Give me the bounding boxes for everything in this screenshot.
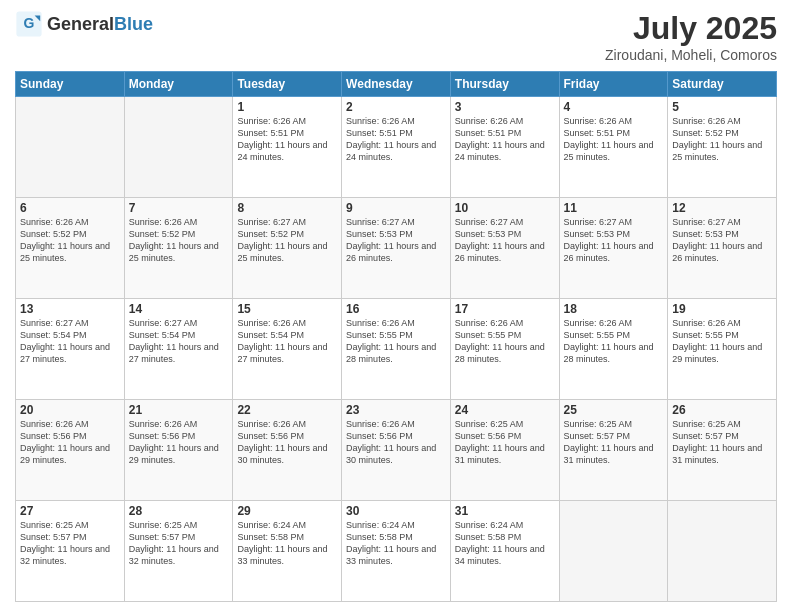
logo: G GeneralBlue xyxy=(15,10,153,38)
table-row: 13Sunrise: 6:27 AM Sunset: 5:54 PM Dayli… xyxy=(16,299,125,400)
table-row: 8Sunrise: 6:27 AM Sunset: 5:52 PM Daylig… xyxy=(233,198,342,299)
logo-text: GeneralBlue xyxy=(47,14,153,35)
table-row xyxy=(124,97,233,198)
day-number: 1 xyxy=(237,100,337,114)
table-row: 17Sunrise: 6:26 AM Sunset: 5:55 PM Dayli… xyxy=(450,299,559,400)
day-number: 18 xyxy=(564,302,664,316)
table-row: 5Sunrise: 6:26 AM Sunset: 5:52 PM Daylig… xyxy=(668,97,777,198)
col-tuesday: Tuesday xyxy=(233,72,342,97)
day-info: Sunrise: 6:26 AM Sunset: 5:51 PM Dayligh… xyxy=(346,115,446,164)
table-row: 3Sunrise: 6:26 AM Sunset: 5:51 PM Daylig… xyxy=(450,97,559,198)
day-info: Sunrise: 6:26 AM Sunset: 5:55 PM Dayligh… xyxy=(455,317,555,366)
day-info: Sunrise: 6:26 AM Sunset: 5:55 PM Dayligh… xyxy=(346,317,446,366)
header: G GeneralBlue July 2025 Ziroudani, Mohel… xyxy=(15,10,777,63)
logo-icon: G xyxy=(15,10,43,38)
table-row: 22Sunrise: 6:26 AM Sunset: 5:56 PM Dayli… xyxy=(233,400,342,501)
day-number: 17 xyxy=(455,302,555,316)
day-info: Sunrise: 6:26 AM Sunset: 5:56 PM Dayligh… xyxy=(20,418,120,467)
day-number: 28 xyxy=(129,504,229,518)
table-row: 16Sunrise: 6:26 AM Sunset: 5:55 PM Dayli… xyxy=(342,299,451,400)
table-row: 2Sunrise: 6:26 AM Sunset: 5:51 PM Daylig… xyxy=(342,97,451,198)
table-row: 12Sunrise: 6:27 AM Sunset: 5:53 PM Dayli… xyxy=(668,198,777,299)
logo-blue: Blue xyxy=(114,14,153,34)
day-number: 15 xyxy=(237,302,337,316)
table-row: 19Sunrise: 6:26 AM Sunset: 5:55 PM Dayli… xyxy=(668,299,777,400)
day-info: Sunrise: 6:26 AM Sunset: 5:52 PM Dayligh… xyxy=(129,216,229,265)
day-info: Sunrise: 6:26 AM Sunset: 5:54 PM Dayligh… xyxy=(237,317,337,366)
day-number: 16 xyxy=(346,302,446,316)
table-row: 26Sunrise: 6:25 AM Sunset: 5:57 PM Dayli… xyxy=(668,400,777,501)
col-thursday: Thursday xyxy=(450,72,559,97)
day-info: Sunrise: 6:26 AM Sunset: 5:56 PM Dayligh… xyxy=(129,418,229,467)
day-number: 26 xyxy=(672,403,772,417)
day-number: 23 xyxy=(346,403,446,417)
table-row: 27Sunrise: 6:25 AM Sunset: 5:57 PM Dayli… xyxy=(16,501,125,602)
table-row xyxy=(559,501,668,602)
table-row: 31Sunrise: 6:24 AM Sunset: 5:58 PM Dayli… xyxy=(450,501,559,602)
table-row: 6Sunrise: 6:26 AM Sunset: 5:52 PM Daylig… xyxy=(16,198,125,299)
day-number: 11 xyxy=(564,201,664,215)
table-row: 23Sunrise: 6:26 AM Sunset: 5:56 PM Dayli… xyxy=(342,400,451,501)
day-number: 9 xyxy=(346,201,446,215)
day-number: 19 xyxy=(672,302,772,316)
day-number: 25 xyxy=(564,403,664,417)
day-number: 30 xyxy=(346,504,446,518)
day-number: 3 xyxy=(455,100,555,114)
day-number: 12 xyxy=(672,201,772,215)
col-wednesday: Wednesday xyxy=(342,72,451,97)
table-row: 28Sunrise: 6:25 AM Sunset: 5:57 PM Dayli… xyxy=(124,501,233,602)
day-number: 29 xyxy=(237,504,337,518)
logo-general: General xyxy=(47,14,114,34)
table-row: 21Sunrise: 6:26 AM Sunset: 5:56 PM Dayli… xyxy=(124,400,233,501)
day-info: Sunrise: 6:26 AM Sunset: 5:52 PM Dayligh… xyxy=(20,216,120,265)
day-number: 31 xyxy=(455,504,555,518)
day-number: 6 xyxy=(20,201,120,215)
day-number: 5 xyxy=(672,100,772,114)
day-info: Sunrise: 6:27 AM Sunset: 5:54 PM Dayligh… xyxy=(129,317,229,366)
table-row: 10Sunrise: 6:27 AM Sunset: 5:53 PM Dayli… xyxy=(450,198,559,299)
table-row: 9Sunrise: 6:27 AM Sunset: 5:53 PM Daylig… xyxy=(342,198,451,299)
table-row: 24Sunrise: 6:25 AM Sunset: 5:56 PM Dayli… xyxy=(450,400,559,501)
day-info: Sunrise: 6:26 AM Sunset: 5:51 PM Dayligh… xyxy=(237,115,337,164)
day-info: Sunrise: 6:26 AM Sunset: 5:56 PM Dayligh… xyxy=(237,418,337,467)
calendar-week-3: 13Sunrise: 6:27 AM Sunset: 5:54 PM Dayli… xyxy=(16,299,777,400)
day-info: Sunrise: 6:25 AM Sunset: 5:57 PM Dayligh… xyxy=(672,418,772,467)
day-number: 2 xyxy=(346,100,446,114)
day-info: Sunrise: 6:25 AM Sunset: 5:57 PM Dayligh… xyxy=(129,519,229,568)
day-info: Sunrise: 6:26 AM Sunset: 5:56 PM Dayligh… xyxy=(346,418,446,467)
calendar-title: July 2025 xyxy=(605,10,777,47)
day-info: Sunrise: 6:24 AM Sunset: 5:58 PM Dayligh… xyxy=(237,519,337,568)
col-sunday: Sunday xyxy=(16,72,125,97)
calendar-week-5: 27Sunrise: 6:25 AM Sunset: 5:57 PM Dayli… xyxy=(16,501,777,602)
day-number: 7 xyxy=(129,201,229,215)
title-block: July 2025 Ziroudani, Moheli, Comoros xyxy=(605,10,777,63)
day-info: Sunrise: 6:26 AM Sunset: 5:55 PM Dayligh… xyxy=(672,317,772,366)
day-info: Sunrise: 6:26 AM Sunset: 5:51 PM Dayligh… xyxy=(455,115,555,164)
calendar-week-1: 1Sunrise: 6:26 AM Sunset: 5:51 PM Daylig… xyxy=(16,97,777,198)
table-row xyxy=(668,501,777,602)
day-number: 21 xyxy=(129,403,229,417)
day-number: 20 xyxy=(20,403,120,417)
day-number: 13 xyxy=(20,302,120,316)
day-info: Sunrise: 6:27 AM Sunset: 5:54 PM Dayligh… xyxy=(20,317,120,366)
svg-text:G: G xyxy=(24,15,35,31)
day-info: Sunrise: 6:27 AM Sunset: 5:53 PM Dayligh… xyxy=(346,216,446,265)
day-number: 14 xyxy=(129,302,229,316)
table-row: 25Sunrise: 6:25 AM Sunset: 5:57 PM Dayli… xyxy=(559,400,668,501)
day-info: Sunrise: 6:27 AM Sunset: 5:53 PM Dayligh… xyxy=(455,216,555,265)
day-number: 24 xyxy=(455,403,555,417)
col-saturday: Saturday xyxy=(668,72,777,97)
day-info: Sunrise: 6:25 AM Sunset: 5:56 PM Dayligh… xyxy=(455,418,555,467)
day-number: 10 xyxy=(455,201,555,215)
table-row: 15Sunrise: 6:26 AM Sunset: 5:54 PM Dayli… xyxy=(233,299,342,400)
day-number: 27 xyxy=(20,504,120,518)
calendar-header-row: Sunday Monday Tuesday Wednesday Thursday… xyxy=(16,72,777,97)
day-info: Sunrise: 6:25 AM Sunset: 5:57 PM Dayligh… xyxy=(20,519,120,568)
table-row: 18Sunrise: 6:26 AM Sunset: 5:55 PM Dayli… xyxy=(559,299,668,400)
day-info: Sunrise: 6:26 AM Sunset: 5:55 PM Dayligh… xyxy=(564,317,664,366)
day-info: Sunrise: 6:25 AM Sunset: 5:57 PM Dayligh… xyxy=(564,418,664,467)
table-row: 11Sunrise: 6:27 AM Sunset: 5:53 PM Dayli… xyxy=(559,198,668,299)
day-info: Sunrise: 6:26 AM Sunset: 5:52 PM Dayligh… xyxy=(672,115,772,164)
calendar-table: Sunday Monday Tuesday Wednesday Thursday… xyxy=(15,71,777,602)
day-number: 4 xyxy=(564,100,664,114)
